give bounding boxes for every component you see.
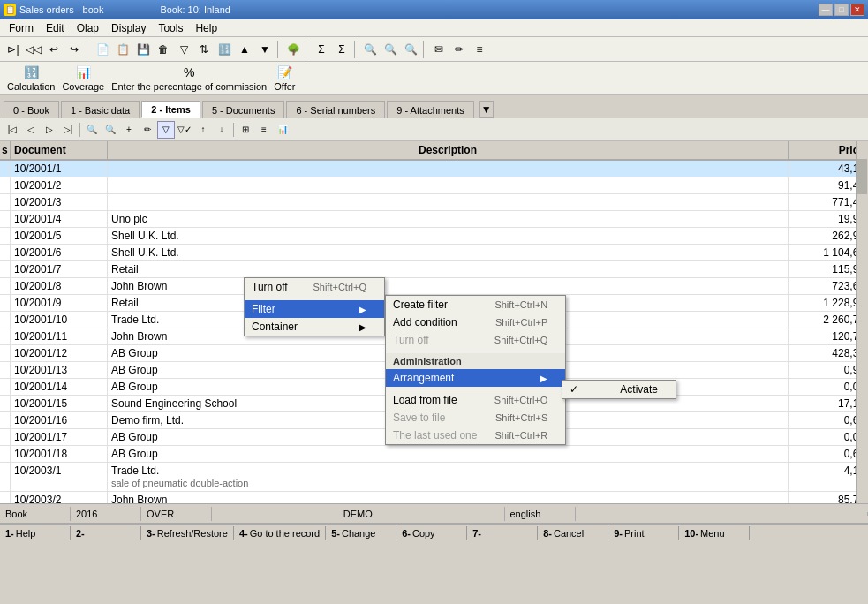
tb-sort[interactable]: ⇅ — [194, 40, 214, 59]
scroll-thumb[interactable] — [857, 159, 867, 194]
rec-sort-down[interactable]: ↓ — [213, 121, 230, 139]
fkey-8[interactable]: 8-Cancel — [538, 526, 608, 540]
fkey-5[interactable]: 5-Change — [326, 526, 396, 540]
tb-first[interactable]: ⊳| — [4, 40, 23, 59]
tb-menu[interactable]: ≡ — [470, 40, 489, 59]
coverage-button[interactable]: 📊 Coverage — [62, 65, 104, 92]
ctx-turn-off[interactable]: Turn off Shift+Ctrl+Q — [245, 278, 384, 296]
close-button[interactable]: ✕ — [850, 4, 864, 16]
offer-icon: 📝 — [277, 65, 292, 79]
tb-search3[interactable]: 🔍 — [401, 40, 420, 59]
tb-tree[interactable]: 🌳 — [283, 40, 303, 59]
rec-filter-toggle[interactable]: ▽ — [157, 121, 175, 139]
table-row[interactable]: 10/2001/3 771,40 — [0, 194, 868, 211]
filter-add-condition[interactable]: Add condition Shift+Ctrl+P — [386, 313, 565, 331]
rec-filter-v[interactable]: ▽✓ — [176, 121, 193, 139]
tb-copy-doc[interactable]: 📋 — [113, 40, 132, 59]
tb-calc[interactable]: 🔢 — [215, 40, 234, 59]
cell-doc: 10/2001/14 — [11, 379, 108, 395]
tb-undo[interactable]: ↩ — [44, 40, 64, 59]
cell-s — [0, 228, 11, 244]
header-document[interactable]: Document — [11, 141, 108, 159]
tb-search1[interactable]: 🔍 — [360, 40, 380, 59]
tb-delete[interactable]: 🗑 — [154, 40, 173, 59]
tb-arrow-up[interactable]: ▲ — [235, 40, 254, 59]
cell-doc: 10/2001/16 — [11, 412, 108, 428]
filter-arrangement[interactable]: Arrangement ▶ — [386, 369, 565, 387]
tb-save[interactable]: 💾 — [133, 40, 153, 59]
calculation-button[interactable]: 🔢 Calculation — [7, 65, 55, 92]
tab-2-items[interactable]: 2 - Items — [141, 101, 200, 118]
rec-list[interactable]: ≡ — [255, 121, 273, 139]
tb-sum[interactable]: Σ — [312, 40, 331, 59]
tab-9-attachments[interactable]: 9 - Attachments — [387, 101, 473, 118]
menu-form[interactable]: Form — [4, 20, 39, 36]
tb-email[interactable]: ✉ — [429, 40, 449, 59]
fkey-2[interactable]: 2- — [71, 526, 141, 540]
table-row[interactable]: 10/2001/6 Shell U.K. Ltd. 1 104,60 — [0, 245, 868, 261]
cell-s — [0, 379, 11, 395]
table-row[interactable]: 10/2003/2 John Brownsale of pneumatic do… — [0, 492, 868, 503]
tb-arrow-down[interactable]: ▼ — [255, 40, 275, 59]
filter-create[interactable]: Create filter Shift+Ctrl+N — [386, 296, 565, 313]
ctx-filter[interactable]: Filter ▶ — [245, 300, 384, 318]
tab-0-book[interactable]: 0 - Book — [4, 101, 59, 118]
filter-submenu: Create filter Shift+Ctrl+N Add condition… — [385, 295, 566, 445]
fkey-3[interactable]: 3-Refresh/Restore — [141, 526, 234, 540]
table-row[interactable]: 10/2001/8 John Brown 723,60 — [0, 278, 868, 295]
minimize-button[interactable]: — — [819, 4, 833, 16]
commission-button[interactable]: % Enter the percentage of commission — [111, 65, 267, 92]
table-row[interactable]: 10/2001/18 AB Group 0,60 — [0, 446, 868, 463]
tab-6-serial[interactable]: 6 - Serial numbers — [286, 101, 385, 118]
ctx-container[interactable]: Container ▶ — [245, 318, 384, 336]
rec-chart[interactable]: 📊 — [274, 121, 291, 139]
header-description[interactable]: Description — [108, 141, 789, 159]
table-row[interactable]: 10/2003/1 Trade Ltd.sale of pneumatic do… — [0, 463, 868, 492]
fkey-6[interactable]: 6-Copy — [396, 526, 467, 540]
rec-add[interactable]: + — [120, 121, 138, 139]
table-row[interactable]: 10/2001/1 43,10 — [0, 161, 868, 177]
menu-tools[interactable]: Tools — [153, 20, 188, 36]
fkey-4[interactable]: 4-Go to the record — [234, 526, 326, 540]
fkey-7[interactable]: 7- — [467, 526, 538, 540]
rec-first[interactable]: |◁ — [4, 121, 21, 139]
rec-sort-asc[interactable]: ↑ — [194, 121, 212, 139]
window-controls: — □ ✕ — [819, 4, 864, 16]
table-row[interactable]: 10/2001/5 Shell U.K. Ltd. 262,90 — [0, 228, 868, 245]
menu-help[interactable]: Help — [190, 20, 223, 36]
tab-5-documents[interactable]: 5 - Documents — [202, 101, 285, 118]
menu-edit[interactable]: Edit — [41, 20, 70, 36]
tb-prev-fast[interactable]: ◁◁ — [24, 40, 43, 59]
tb-new[interactable]: 📄 — [93, 40, 112, 59]
rec-last[interactable]: ▷| — [59, 121, 77, 139]
vertical-scrollbar[interactable] — [856, 141, 868, 503]
menu-display[interactable]: Display — [106, 20, 151, 36]
cell-s — [0, 177, 11, 193]
tb-edit[interactable]: ✏ — [449, 40, 469, 59]
menu-olap[interactable]: Olap — [72, 20, 104, 36]
table-row[interactable]: 10/2001/7 Retail 115,90 — [0, 261, 868, 278]
maximize-button[interactable]: □ — [834, 4, 849, 16]
rec-search[interactable]: 🔍 — [83, 121, 101, 139]
table-row[interactable]: 10/2001/2 91,40 — [0, 177, 868, 194]
filter-load-file[interactable]: Load from file Shift+Ctrl+O — [386, 391, 565, 409]
tb-filter[interactable]: ▽ — [174, 40, 193, 59]
cell-desc: Shell U.K. Ltd. — [108, 245, 789, 260]
offer-button[interactable]: 📝 Offer — [274, 65, 295, 92]
tb-redo[interactable]: ↪ — [64, 40, 84, 59]
fkey-1[interactable]: 1-Help — [0, 526, 71, 540]
arrangement-activate[interactable]: ✓ Activate — [562, 381, 676, 398]
tabs-dropdown[interactable]: ▼ — [479, 101, 494, 118]
rec-next[interactable]: ▷ — [41, 121, 58, 139]
rec-grid[interactable]: ⊞ — [237, 121, 254, 139]
tab-1-basic[interactable]: 1 - Basic data — [61, 101, 140, 118]
rec-prev[interactable]: ◁ — [22, 121, 40, 139]
fkey-9[interactable]: 9-Print — [608, 526, 679, 540]
table-row[interactable]: 10/2001/4 Uno plc 19,90 — [0, 211, 868, 228]
tb-search2[interactable]: 🔍 — [381, 40, 400, 59]
fkey-10[interactable]: 10-Menu — [679, 526, 750, 540]
tb-sum2[interactable]: Σ — [332, 40, 351, 59]
tabs-bar: 0 - Book 1 - Basic data 2 - Items 5 - Do… — [0, 95, 868, 118]
rec-search2[interactable]: 🔍 — [102, 121, 119, 139]
rec-edit2[interactable]: ✏ — [139, 121, 156, 139]
